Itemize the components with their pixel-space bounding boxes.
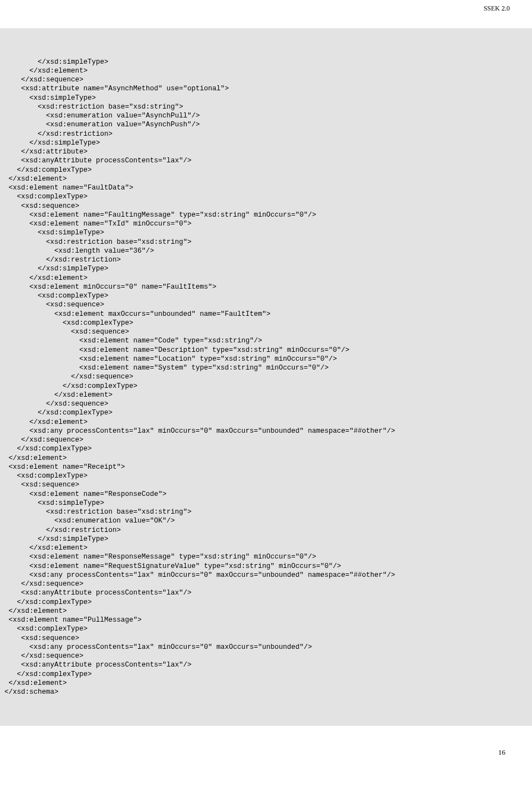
page: SSEK 2.0 </xsd:simpleType> </xsd:element… [0,0,532,770]
page-number: 16 [498,748,505,756]
page-header: SSEK 2.0 [0,0,532,15]
doc-title: SSEK 2.0 [484,4,510,12]
page-footer: 16 [0,726,532,770]
xsd-code-block: </xsd:simpleType> </xsd:element> </xsd:s… [0,28,532,726]
xsd-code-content: </xsd:simpleType> </xsd:element> </xsd:s… [0,58,532,697]
